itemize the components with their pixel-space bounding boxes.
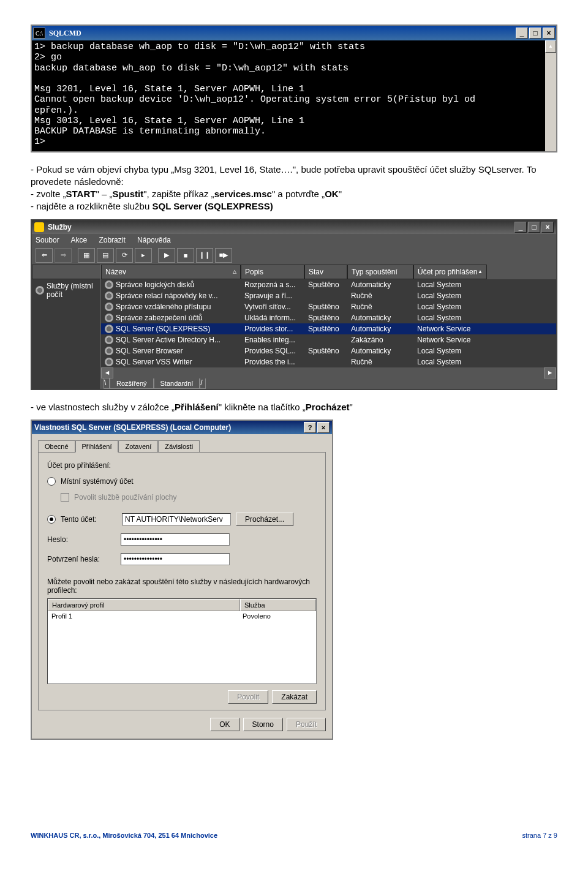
section-label: Účet pro přihlášení: — [47, 461, 317, 470]
minimize-button[interactable]: _ — [514, 222, 527, 233]
properties-titlebar: Vlastnosti SQL Server (SQLEXPRESS) (Loca… — [32, 421, 332, 434]
properties-title-text: Vlastnosti SQL Server (SQLEXPRESS) (Loca… — [34, 423, 303, 432]
cmd-title-text: SQLCMD — [49, 29, 514, 38]
radio-local-system-label: Místní systémový účet — [61, 477, 134, 486]
col-start[interactable]: Typ spouštění — [347, 265, 413, 279]
gear-icon — [105, 314, 113, 322]
apply-button: Použít — [287, 718, 326, 731]
maximize-button[interactable]: □ — [529, 28, 541, 39]
restart-icon[interactable]: ■▶ — [215, 248, 232, 263]
tab-standard[interactable]: Standardní — [154, 378, 200, 389]
properties-tabs: Obecné Přihlášení Zotavení Závislosti — [38, 440, 326, 452]
scroll-right-icon[interactable]: ▶ — [544, 367, 556, 378]
radio-this-account[interactable] — [47, 515, 56, 524]
refresh-icon[interactable]: ⟳ — [116, 248, 133, 263]
radio-local-system[interactable] — [47, 477, 56, 486]
menu-action[interactable]: Akce — [70, 236, 87, 244]
menu-view[interactable]: Zobrazit — [99, 236, 125, 244]
cmd-titlebar: C:\ SQLCMD _ □ × — [32, 26, 556, 40]
help-button[interactable]: ? — [304, 422, 316, 433]
services-title-text: Služby — [48, 223, 513, 231]
tab-logon[interactable]: Přihlášení — [75, 440, 119, 453]
col-login[interactable]: Účet pro přihlášen▲ — [413, 265, 487, 279]
footer-page-number: strana 7 z 9 — [522, 832, 557, 839]
enable-button: Povolit — [228, 690, 268, 704]
services-titlebar: Služby _ □ × — [32, 220, 556, 234]
menu-file[interactable]: Soubor — [36, 236, 59, 244]
table-row[interactable]: SQL Server BrowserProvides SQL...Spuštěn… — [101, 345, 556, 356]
tree-item-services[interactable]: Služby (místní počít — [32, 279, 100, 301]
services-tree: Služby (místní počít — [32, 265, 101, 389]
instruction-text: - ve vlastnostech služby v záložce „Přih… — [31, 401, 557, 413]
close-button[interactable]: × — [543, 28, 555, 39]
gear-icon — [36, 286, 44, 295]
properties-icon[interactable]: ▤ — [97, 248, 114, 263]
gear-icon — [105, 280, 113, 289]
services-toolbar: ⇐ ⇒ ▦ ▤ ⟳ ▸ ▶ ■ ❙❙ ■▶ — [32, 246, 556, 265]
forward-button: ⇒ — [55, 248, 72, 263]
gear-icon — [105, 325, 113, 333]
footer-company: WINKHAUS CR, s.r.o., Mirošovická 704, 25… — [31, 832, 217, 839]
password-input[interactable] — [121, 533, 230, 546]
services-window: Služby _ □ × Soubor Akce Zobrazit Nápově… — [31, 219, 557, 390]
menu-help[interactable]: Nápověda — [137, 236, 171, 244]
export-icon[interactable]: ▸ — [135, 248, 152, 263]
radio-this-account-label: Tento účet: — [61, 515, 122, 524]
start-icon[interactable]: ▶ — [158, 248, 175, 263]
services-bottom-tabs: \ Rozšířený Standardní / — [101, 378, 556, 389]
gear-icon — [105, 336, 113, 344]
scroll-up-icon[interactable]: ▲ — [545, 40, 556, 53]
table-row[interactable]: Profil 1 Povoleno — [48, 611, 316, 621]
toolbar-icon[interactable]: ▦ — [78, 248, 95, 263]
services-column-headers[interactable]: Název△ Popis Stav Typ spouštění Účet pro… — [101, 265, 556, 279]
gear-icon — [105, 347, 113, 355]
instruction-text: - Pokud se vám objeví chyba typu „Msg 32… — [31, 164, 557, 213]
close-button[interactable]: × — [541, 222, 554, 233]
tab-general[interactable]: Obecné — [38, 440, 75, 452]
confirm-password-input[interactable] — [121, 553, 230, 565]
hw-profile-text: Můžete povolit nebo zakázat spouštění té… — [47, 578, 317, 595]
hw-col-profile[interactable]: Hardwarový profil — [48, 599, 240, 611]
properties-window: Vlastnosti SQL Server (SQLEXPRESS) (Loca… — [31, 420, 333, 740]
table-row[interactable]: Správce zabezpečení účtůUkládá inform...… — [101, 312, 556, 323]
scroll-left-icon[interactable]: ◀ — [101, 367, 113, 378]
tab-recovery[interactable]: Zotavení — [118, 440, 158, 452]
gear-icon — [105, 292, 113, 300]
confirm-password-label: Potvrzení hesla: — [47, 555, 121, 563]
table-row[interactable]: SQL Server VSS WriterProvides the i...Ru… — [101, 356, 556, 367]
stop-icon[interactable]: ■ — [177, 248, 194, 263]
table-row[interactable]: SQL Server (SQLEXPRESS)Provides stor...S… — [101, 323, 556, 334]
cancel-button[interactable]: Storno — [243, 718, 283, 731]
cmd-scrollbar[interactable]: ▲ — [545, 40, 556, 151]
col-status[interactable]: Stav — [304, 265, 347, 279]
back-button[interactable]: ⇐ — [36, 248, 53, 263]
hw-profile-table[interactable]: Hardwarový profil Služba Profil 1 Povole… — [47, 598, 317, 684]
close-button[interactable]: × — [317, 422, 330, 433]
cmd-window: C:\ SQLCMD _ □ × 1> backup database wh_a… — [31, 24, 557, 152]
cmd-output: 1> backup database wh_aop to disk = "D:\… — [32, 40, 556, 151]
checkbox-desktop — [61, 493, 69, 502]
table-row[interactable]: SQL Server Active Directory H...Enables … — [101, 334, 556, 345]
table-row[interactable]: Správce relací nápovědy ke v...Spravuje … — [101, 290, 556, 301]
table-row[interactable]: Správce vzdáleného přístupuVytvoří síťov… — [101, 301, 556, 312]
minimize-button[interactable]: _ — [516, 28, 528, 39]
col-name[interactable]: Název△ — [101, 265, 241, 279]
account-input[interactable] — [122, 513, 231, 525]
maximize-button[interactable]: □ — [528, 222, 540, 233]
hw-col-service[interactable]: Služba — [240, 599, 316, 611]
pause-icon[interactable]: ❙❙ — [196, 248, 213, 263]
tab-extended[interactable]: Rozšířený — [110, 378, 154, 389]
gear-icon — [105, 358, 113, 366]
services-list[interactable]: Správce logických diskůRozpozná a s...Sp… — [101, 279, 556, 367]
services-menubar[interactable]: Soubor Akce Zobrazit Nápověda — [32, 234, 556, 246]
checkbox-desktop-label: Povolit službě používání plochy — [74, 493, 176, 502]
services-icon — [34, 222, 44, 232]
tab-dependencies[interactable]: Závislosti — [158, 440, 200, 452]
browse-button[interactable]: Procházet... — [236, 513, 293, 526]
col-desc[interactable]: Popis — [241, 265, 304, 279]
table-row[interactable]: Správce logických diskůRozpozná a s...Sp… — [101, 279, 556, 290]
page-footer: WINKHAUS CR, s.r.o., Mirošovická 704, 25… — [0, 832, 588, 848]
disable-button[interactable]: Zakázat — [272, 690, 317, 704]
cmd-icon: C:\ — [33, 28, 45, 39]
ok-button[interactable]: OK — [210, 718, 239, 731]
